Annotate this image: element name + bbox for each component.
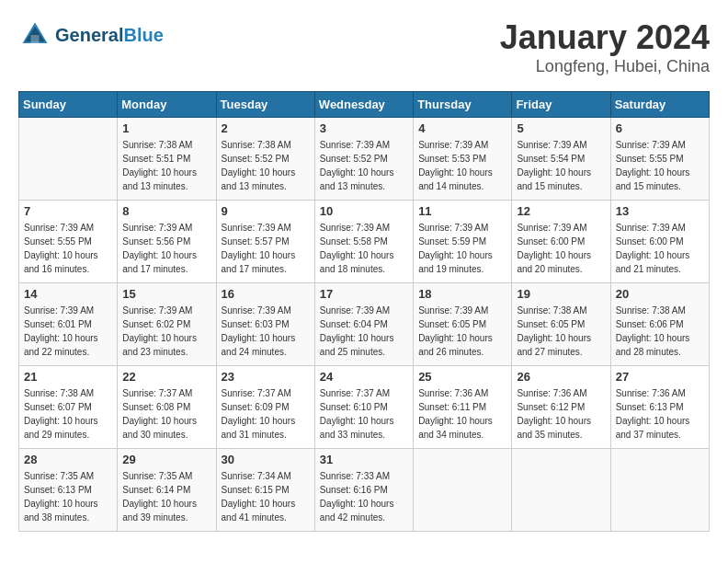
header-row: SundayMondayTuesdayWednesdayThursdayFrid… [19,92,710,118]
day-info: Sunrise: 7:33 AM Sunset: 6:16 PM Dayligh… [320,469,408,524]
day-info: Sunrise: 7:39 AM Sunset: 6:00 PM Dayligh… [517,221,605,276]
day-cell-6: 6Sunrise: 7:39 AM Sunset: 5:55 PM Daylig… [610,118,709,201]
day-info: Sunrise: 7:39 AM Sunset: 6:00 PM Dayligh… [616,221,704,276]
day-cell-20: 20Sunrise: 7:38 AM Sunset: 6:06 PM Dayli… [610,283,709,366]
column-header-sunday: Sunday [19,92,118,118]
day-cell-28: 28Sunrise: 7:35 AM Sunset: 6:13 PM Dayli… [19,449,118,532]
day-cell-29: 29Sunrise: 7:35 AM Sunset: 6:14 PM Dayli… [118,449,216,532]
day-cell-30: 30Sunrise: 7:34 AM Sunset: 6:15 PM Dayli… [216,449,314,532]
day-info: Sunrise: 7:38 AM Sunset: 5:52 PM Dayligh… [222,138,310,193]
day-info: Sunrise: 7:39 AM Sunset: 5:59 PM Dayligh… [418,221,506,276]
logo: GeneralBlue [18,18,164,52]
day-info: Sunrise: 7:39 AM Sunset: 5:53 PM Dayligh… [418,138,506,193]
day-number: 8 [122,204,210,218]
day-info: Sunrise: 7:39 AM Sunset: 5:58 PM Dayligh… [320,221,408,276]
day-info: Sunrise: 7:35 AM Sunset: 6:14 PM Dayligh… [122,469,210,524]
day-number: 29 [122,453,210,466]
day-number: 10 [320,204,408,218]
week-row-1: 1Sunrise: 7:38 AM Sunset: 5:51 PM Daylig… [19,118,710,201]
day-number: 31 [320,453,408,466]
week-row-5: 28Sunrise: 7:35 AM Sunset: 6:13 PM Dayli… [19,449,710,532]
day-number: 4 [418,121,506,135]
day-number: 6 [616,121,704,135]
column-header-wednesday: Wednesday [314,92,413,118]
day-info: Sunrise: 7:39 AM Sunset: 6:04 PM Dayligh… [320,304,408,359]
day-number: 30 [222,453,310,466]
day-info: Sunrise: 7:38 AM Sunset: 6:06 PM Dayligh… [616,304,704,359]
day-info: Sunrise: 7:36 AM Sunset: 6:12 PM Dayligh… [517,386,605,442]
day-cell-22: 22Sunrise: 7:37 AM Sunset: 6:08 PM Dayli… [118,366,216,449]
day-info: Sunrise: 7:38 AM Sunset: 5:51 PM Dayligh… [122,138,210,193]
day-info: Sunrise: 7:37 AM Sunset: 6:08 PM Dayligh… [122,386,210,442]
day-number: 11 [418,204,506,218]
day-number: 7 [24,204,112,218]
day-info: Sunrise: 7:39 AM Sunset: 5:54 PM Dayligh… [517,138,605,193]
week-row-2: 7Sunrise: 7:39 AM Sunset: 5:55 PM Daylig… [19,201,710,283]
day-cell-27: 27Sunrise: 7:36 AM Sunset: 6:13 PM Dayli… [610,366,709,449]
day-number: 3 [320,121,408,135]
day-cell-4: 4Sunrise: 7:39 AM Sunset: 5:53 PM Daylig… [414,118,512,201]
day-cell-19: 19Sunrise: 7:38 AM Sunset: 6:05 PM Dayli… [512,283,610,366]
day-cell-2: 2Sunrise: 7:38 AM Sunset: 5:52 PM Daylig… [216,118,314,201]
day-number: 26 [517,370,605,384]
day-cell-18: 18Sunrise: 7:39 AM Sunset: 6:05 PM Dayli… [414,283,512,366]
day-info: Sunrise: 7:34 AM Sunset: 6:15 PM Dayligh… [222,469,310,524]
day-cell-15: 15Sunrise: 7:39 AM Sunset: 6:02 PM Dayli… [118,283,216,366]
day-cell-10: 10Sunrise: 7:39 AM Sunset: 5:58 PM Dayli… [314,201,413,283]
day-cell-23: 23Sunrise: 7:37 AM Sunset: 6:09 PM Dayli… [216,366,314,449]
day-cell-1: 1Sunrise: 7:38 AM Sunset: 5:51 PM Daylig… [118,118,216,201]
day-cell-17: 17Sunrise: 7:39 AM Sunset: 6:04 PM Dayli… [314,283,413,366]
column-header-monday: Monday [118,92,216,118]
day-info: Sunrise: 7:36 AM Sunset: 6:11 PM Dayligh… [418,386,506,442]
day-cell-21: 21Sunrise: 7:38 AM Sunset: 6:07 PM Dayli… [19,366,118,449]
day-number: 24 [320,370,408,384]
day-info: Sunrise: 7:39 AM Sunset: 6:03 PM Dayligh… [222,304,310,359]
day-cell-26: 26Sunrise: 7:36 AM Sunset: 6:12 PM Dayli… [512,366,610,449]
day-number: 21 [24,370,112,384]
day-cell-12: 12Sunrise: 7:39 AM Sunset: 6:00 PM Dayli… [512,201,610,283]
location-title: Longfeng, Hubei, China [500,57,710,76]
empty-cell [19,118,118,201]
title-block: January 2024 Longfeng, Hubei, China [500,18,710,76]
empty-cell [414,449,512,532]
column-header-saturday: Saturday [610,92,709,118]
page-header: GeneralBlue January 2024 Longfeng, Hubei… [18,18,710,76]
empty-cell [610,449,709,532]
day-info: Sunrise: 7:38 AM Sunset: 6:07 PM Dayligh… [24,386,112,442]
day-info: Sunrise: 7:39 AM Sunset: 6:01 PM Dayligh… [24,304,112,359]
day-info: Sunrise: 7:37 AM Sunset: 6:10 PM Dayligh… [320,386,408,442]
day-number: 20 [616,287,704,301]
day-number: 22 [122,370,210,384]
day-number: 16 [222,287,310,301]
day-info: Sunrise: 7:39 AM Sunset: 5:55 PM Dayligh… [24,221,112,276]
day-number: 1 [122,121,210,135]
day-info: Sunrise: 7:37 AM Sunset: 6:09 PM Dayligh… [222,386,310,442]
day-cell-8: 8Sunrise: 7:39 AM Sunset: 5:56 PM Daylig… [118,201,216,283]
week-row-4: 21Sunrise: 7:38 AM Sunset: 6:07 PM Dayli… [19,366,710,449]
day-cell-5: 5Sunrise: 7:39 AM Sunset: 5:54 PM Daylig… [512,118,610,201]
day-number: 23 [222,370,310,384]
day-number: 27 [616,370,704,384]
day-cell-16: 16Sunrise: 7:39 AM Sunset: 6:03 PM Dayli… [216,283,314,366]
day-cell-13: 13Sunrise: 7:39 AM Sunset: 6:00 PM Dayli… [610,201,709,283]
day-number: 5 [517,121,605,135]
day-number: 28 [24,453,112,466]
day-info: Sunrise: 7:35 AM Sunset: 6:13 PM Dayligh… [24,469,112,524]
day-number: 19 [517,287,605,301]
logo-text: GeneralBlue [55,24,164,46]
column-header-friday: Friday [512,92,610,118]
day-number: 13 [616,204,704,218]
day-info: Sunrise: 7:39 AM Sunset: 6:02 PM Dayligh… [122,304,210,359]
day-info: Sunrise: 7:38 AM Sunset: 6:05 PM Dayligh… [517,304,605,359]
day-number: 14 [24,287,112,301]
empty-cell [512,449,610,532]
day-info: Sunrise: 7:39 AM Sunset: 6:05 PM Dayligh… [418,304,506,359]
day-cell-3: 3Sunrise: 7:39 AM Sunset: 5:52 PM Daylig… [314,118,413,201]
calendar-table: SundayMondayTuesdayWednesdayThursdayFrid… [18,91,710,532]
day-info: Sunrise: 7:36 AM Sunset: 6:13 PM Dayligh… [616,386,704,442]
column-header-tuesday: Tuesday [216,92,314,118]
day-cell-14: 14Sunrise: 7:39 AM Sunset: 6:01 PM Dayli… [19,283,118,366]
column-header-thursday: Thursday [414,92,512,118]
day-number: 12 [517,204,605,218]
day-number: 18 [418,287,506,301]
